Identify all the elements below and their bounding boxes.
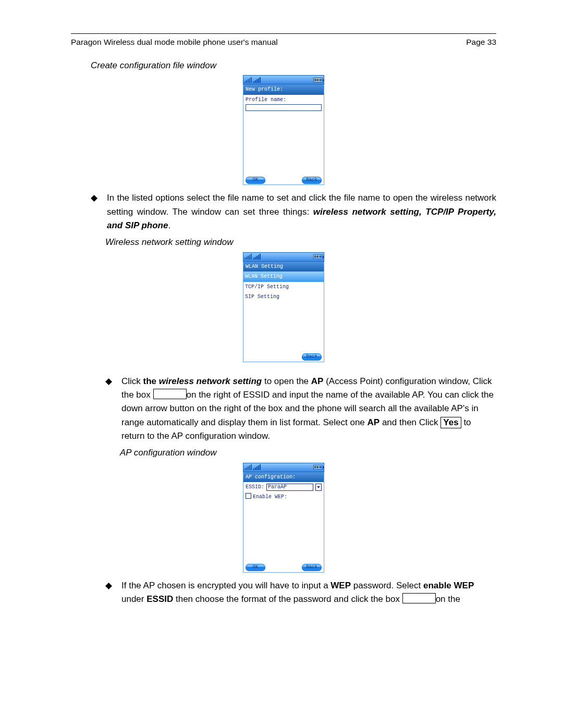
essid-dropdown-icon[interactable] [315,484,322,491]
header-page-number: Page 33 [466,36,496,48]
caption-wlan-setting: Wireless network setting window [105,236,496,249]
battery-icon [313,78,323,82]
para1-text-c: . [168,220,170,230]
para3-text-e: under [121,594,146,604]
para2-the: the [143,376,159,386]
screen-title: AP configration: [243,472,324,483]
para3-text-c: password. Select [351,581,423,590]
figure-create-config: New profile: Profile name: OK Back [71,76,496,185]
status-bar [243,75,324,84]
menu-tcpip-setting[interactable]: TCP/IP Setting [243,282,324,292]
para2-ap: AP [311,376,324,386]
wifi-signal-icon [253,77,261,83]
softkey-back[interactable]: Back [302,564,322,571]
signal-icon [244,464,252,470]
document-page: Paragon Wireless dual mode mobile phone … [0,0,563,728]
wifi-signal-icon [253,464,261,470]
para2-emphasis: wireless network setting [159,376,262,386]
softkey-back[interactable]: Back [302,353,322,361]
para3-text-a: If the AP chosen is encrypted you will h… [121,581,331,590]
para3-essid: ESSID [146,594,173,604]
page-header: Paragon Wireless dual mode mobile phone … [71,36,496,48]
para3-wep: WEP [331,581,351,590]
para3-text-g: then choose the format of the password a… [173,594,402,604]
enable-wep-label: Enable WEP: [253,494,287,500]
para2-text-h: and then Click [380,417,440,427]
essid-label: ESSID: [246,483,264,491]
phone-screenshot-wlan: WLAN Setting WLAN Setting TCP/IP Setting… [243,253,324,362]
para2-ap2: AP [368,417,380,427]
softkey-ok[interactable]: OK [246,564,265,571]
caption-ap-config: AP configuration window [120,446,496,460]
menu-wlan-setting[interactable]: WLAN Setting [243,272,324,282]
yes-button-ref: Yes [440,417,461,428]
signal-icon [244,77,252,83]
screen-title: New profile: [243,84,324,95]
bullet-1: ◆ In the listed options select the file … [91,191,496,232]
profile-name-input[interactable] [246,104,322,111]
inline-textbox-icon[interactable] [153,389,187,399]
para2-text-c: to open the [262,376,311,386]
signal-icon [244,254,252,260]
essid-input[interactable]: ParaAP [266,484,313,491]
figure-ap-config: AP configration: ESSID: ParaAP Enable WE… [71,463,496,573]
enable-wep-checkbox[interactable] [246,493,251,499]
diamond-bullet-icon: ◆ [105,375,112,443]
para2-text: Click [121,376,143,386]
status-bar [243,252,324,262]
softkey-back[interactable]: Back [302,177,322,184]
battery-icon [313,465,323,470]
profile-name-label: Profile name: [246,96,322,104]
header-title: Paragon Wireless dual mode mobile phone … [71,36,278,48]
header-rule [71,33,496,34]
bullet-2: ◆ Click the wireless network setting to … [105,375,496,443]
bullet-3: ◆ If the AP chosen is encrypted you will… [105,579,496,607]
caption-create-config: Create configuration file window [91,59,496,72]
para3-text-h: on the [436,594,460,604]
phone-screenshot-ap: AP configration: ESSID: ParaAP Enable WE… [243,463,324,573]
diamond-bullet-icon: ◆ [105,579,112,607]
menu-sip-setting[interactable]: SIP Setting [243,292,324,302]
status-bar [243,463,324,472]
battery-icon [313,254,323,259]
screen-title: WLAN Setting [243,262,324,272]
softkey-ok[interactable]: OK [246,177,265,184]
para3-enable-wep: enable WEP [423,581,474,590]
phone-screenshot-create: New profile: Profile name: OK Back [243,76,324,185]
wifi-signal-icon [253,254,261,260]
inline-textbox-icon[interactable] [402,593,436,603]
diamond-bullet-icon: ◆ [91,191,97,232]
figure-wlan-setting: WLAN Setting WLAN Setting TCP/IP Setting… [71,253,496,362]
